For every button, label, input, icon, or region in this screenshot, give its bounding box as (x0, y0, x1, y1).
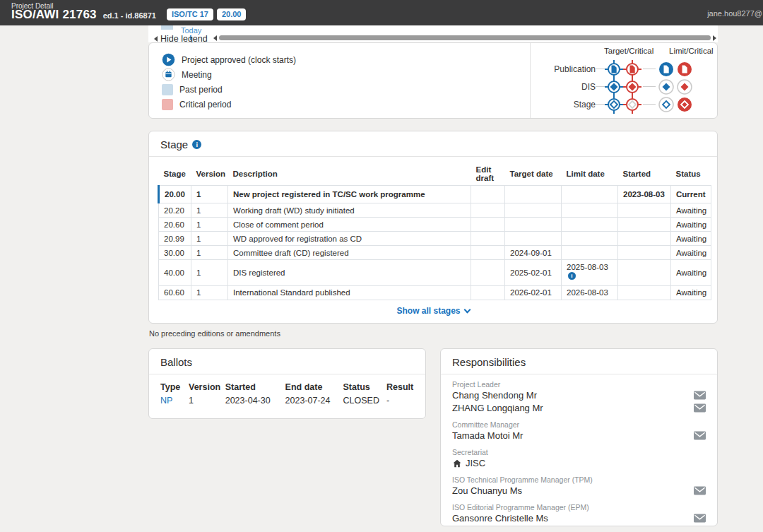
stage-cell-target-date: 2024-09-01 (505, 246, 562, 260)
stage-cell-status: Awaiting (671, 285, 711, 300)
stage-cell-target-date: 2026-02-01 (505, 285, 562, 300)
legend-item-list: Project approved (clock starts) Meeting … (149, 43, 531, 118)
stage-cell-version: 1 (191, 203, 228, 218)
collapse-left-icon (154, 36, 158, 42)
responsibilities-card-title-row: Responsibilities (441, 349, 717, 374)
person-name-text: JISC (466, 457, 485, 470)
responsibility-group: Project Leader Chang Shendong MrZHANG Lo… (452, 380, 706, 415)
stage-table-row: 60.60 1 International Standard published… (159, 285, 711, 300)
stage-column-header: Started (618, 162, 671, 186)
user-email[interactable]: jane.hou8277@ (707, 9, 762, 18)
stage-cell-target-date: 2025-02-01 (505, 260, 562, 286)
ballots-column-header: Result (386, 381, 414, 394)
responsibilities-card-title: Responsibilities (452, 356, 526, 368)
stage-cell-edit-draft (471, 218, 505, 232)
stage-cell-started (618, 246, 671, 260)
stage-info-icon[interactable]: i (192, 140, 201, 149)
stage-cell-edit-draft (471, 246, 505, 260)
target-diamond-solid-blue-icon (605, 78, 623, 96)
timeline-scrollbar[interactable] (213, 35, 716, 41)
stage-column-header: Stage (159, 162, 191, 186)
stage-cell-started (618, 218, 671, 232)
scrollbar-right-arrow-icon[interactable] (713, 35, 716, 41)
stage-cell-limit-date (562, 186, 618, 203)
limit-date-info-icon[interactable]: i (568, 271, 576, 279)
home-icon (452, 459, 462, 468)
matrix-row-publication: Publication (533, 60, 717, 78)
responsibility-group: ISO Technical Programme Manager (TPM) Zo… (452, 475, 706, 497)
committee-badge[interactable]: ISO/TC 17 (167, 8, 213, 20)
ballot-started: 2023-04-30 (225, 394, 285, 408)
project-title-row: ISO/AWI 21763 ed.1 - id.86871 ISO/TC 17 … (11, 8, 246, 22)
matrix-header-limit-critical: Limit/Critical (669, 47, 714, 55)
legend-item-label: Critical period (179, 100, 231, 110)
person-name-text: Tamada Motoi Mr (452, 430, 523, 442)
matrix-connector-line (596, 104, 605, 105)
matrix-connector-line (643, 104, 656, 105)
stage-cell-started: 2023-08-03 (618, 186, 671, 203)
stage-cell-limit-date (562, 232, 618, 246)
meeting-calendar-icon (162, 68, 175, 81)
responsibilities-list: Project Leader Chang Shendong MrZHANG Lo… (441, 374, 717, 525)
stage-table: StageVersionDescriptionEdit draftTarget … (158, 162, 711, 300)
ballots-column-header: Type (160, 381, 189, 394)
stage-cell-version: 1 (191, 218, 228, 232)
person-name: Tamada Motoi Mr (452, 430, 523, 442)
stage-cell-started (618, 203, 671, 218)
project-title: ISO/AWI 21763 (11, 8, 97, 22)
responsibility-group: ISO Editorial Programme Manager (EPM) Ga… (452, 503, 706, 525)
stage-badge[interactable]: 20.00 (217, 8, 247, 20)
legend-item-label: Past period (179, 85, 223, 95)
responsibility-person-row: Chang Shendong Mr (452, 389, 706, 402)
matrix-rows: PublicationDISStage (533, 60, 717, 113)
stage-table-row: 20.99 1 WD approved for registration as … (159, 232, 711, 246)
responsibility-role-label: Secretariat (452, 448, 706, 456)
limit-diamond-outline-red-icon (675, 95, 694, 114)
mail-icon[interactable] (694, 391, 706, 400)
show-all-stages-label: Show all stages (396, 306, 460, 316)
legend-item-label: Meeting (182, 70, 212, 80)
limit-doc-blue-icon (657, 60, 675, 78)
stage-table-row: 40.00 1 DIS registered 2025-02-01 2025-0… (159, 260, 711, 286)
ballot-type-link[interactable]: NP (160, 396, 172, 406)
mail-icon[interactable] (694, 486, 706, 495)
person-name-text: Zou Chuanyu Ms (452, 485, 522, 497)
stage-table-row: 20.60 1 Close of comment period Awaiting (159, 218, 711, 232)
past-period-swatch (162, 84, 173, 95)
stage-cell-started (618, 232, 671, 246)
scrollbar-left-arrow-icon[interactable] (213, 35, 217, 41)
matrix-header-target-critical: Target/Critical (604, 47, 653, 55)
stage-cell-target-date (505, 203, 562, 218)
responsibility-role-label: ISO Editorial Programme Manager (EPM) (452, 503, 706, 512)
stage-card: Stage i StageVersionDescriptionEdit draf… (148, 131, 718, 324)
responsibility-group: Committee Manager Tamada Motoi Mr (452, 420, 706, 442)
responsibility-person-row: JISC (452, 457, 706, 470)
stage-cell-version: 1 (191, 260, 228, 286)
target-diamond-outline-blue-icon (605, 95, 623, 114)
chevron-down-icon (463, 306, 471, 313)
ballot-end-date: 2023-07-24 (285, 394, 343, 408)
person-name: ZHANG Longqiang Mr (452, 402, 543, 415)
responsibility-person-row: ZHANG Longqiang Mr (452, 402, 706, 415)
matrix-connector-line (643, 69, 656, 69)
stage-table-row: 30.00 1 Committee draft (CD) registered … (159, 246, 711, 260)
show-all-stages-button[interactable]: Show all stages (149, 300, 717, 320)
stage-card-title-row: Stage i (149, 131, 717, 157)
limit-diamond-outline-blue-icon (657, 95, 675, 114)
matrix-row-label: Publication (533, 64, 596, 74)
mail-icon[interactable] (694, 431, 706, 440)
responsibility-role-label: Project Leader (452, 380, 706, 389)
stage-cell-limit-date (562, 218, 618, 232)
stage-cell-target-date (505, 186, 562, 203)
timeline-strip: Today Hide legend (148, 25, 718, 42)
stage-cell-description: New project registered in TC/SC work pro… (228, 186, 471, 203)
mail-icon[interactable] (694, 514, 706, 523)
ballot-row: NP 1 2023-04-30 2023-07-24 CLOSED - (160, 394, 414, 408)
stage-cell-status: Current (671, 186, 711, 203)
limit-doc-red-icon (675, 60, 694, 78)
mail-icon[interactable] (694, 403, 706, 413)
matrix-connector-line (596, 69, 605, 69)
stage-cell-limit-date: 2026-08-03 (562, 285, 618, 300)
stage-cell-status: Awaiting (671, 246, 711, 260)
scrollbar-thumb[interactable] (219, 35, 711, 40)
